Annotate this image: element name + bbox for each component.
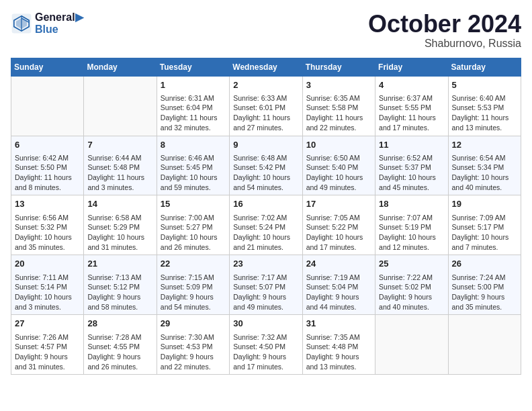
- calendar-cell: 30Sunrise: 7:32 AMSunset: 4:50 PMDayligh…: [230, 315, 302, 375]
- title-block: October 2024 Shaburnovo, Russia: [368, 11, 521, 50]
- cell-content: Sunrise: 7:32 AMSunset: 4:50 PMDaylight:…: [233, 332, 298, 372]
- cell-content: Sunrise: 6:48 AMSunset: 5:42 PMDaylight:…: [233, 153, 298, 193]
- cell-content: Sunrise: 6:31 AMSunset: 6:04 PMDaylight:…: [161, 93, 226, 133]
- day-number: 20: [15, 258, 80, 270]
- cell-content: Sunrise: 6:50 AMSunset: 5:40 PMDaylight:…: [306, 153, 371, 193]
- calendar-week-row: 1Sunrise: 6:31 AMSunset: 6:04 PMDaylight…: [11, 76, 521, 136]
- day-number: 13: [15, 198, 80, 210]
- day-number: 28: [87, 318, 152, 330]
- calendar-cell: 17Sunrise: 7:05 AMSunset: 5:22 PMDayligh…: [302, 195, 375, 255]
- cell-content: Sunrise: 7:17 AMSunset: 5:07 PMDaylight:…: [233, 273, 298, 312]
- calendar-cell: [84, 76, 157, 136]
- cell-content: Sunrise: 6:37 AMSunset: 5:55 PMDaylight:…: [379, 93, 444, 133]
- day-number: 14: [87, 198, 152, 210]
- calendar-cell: [11, 76, 84, 136]
- cell-content: Sunrise: 7:19 AMSunset: 5:04 PMDaylight:…: [306, 273, 371, 312]
- logo: General▶ Blue: [11, 11, 83, 36]
- cell-content: Sunrise: 7:00 AMSunset: 5:27 PMDaylight:…: [161, 213, 226, 253]
- day-number: 7: [87, 139, 152, 151]
- calendar-cell: [448, 315, 521, 375]
- day-number: 15: [161, 198, 226, 210]
- calendar-cell: 8Sunrise: 6:46 AMSunset: 5:45 PMDaylight…: [157, 136, 229, 195]
- cell-content: Sunrise: 6:33 AMSunset: 6:01 PMDaylight:…: [233, 93, 298, 133]
- day-number: 5: [452, 79, 517, 91]
- logo-text: General▶ Blue: [35, 11, 83, 36]
- cell-content: Sunrise: 7:13 AMSunset: 5:12 PMDaylight:…: [87, 273, 152, 312]
- cell-content: Sunrise: 7:35 AMSunset: 4:48 PMDaylight:…: [306, 332, 371, 372]
- calendar-cell: 3Sunrise: 6:35 AMSunset: 5:58 PMDaylight…: [302, 76, 375, 136]
- day-number: 18: [379, 198, 444, 210]
- day-number: 1: [161, 79, 226, 91]
- cell-content: Sunrise: 7:02 AMSunset: 5:24 PMDaylight:…: [233, 213, 298, 253]
- day-number: 8: [161, 139, 226, 151]
- calendar-cell: 7Sunrise: 6:44 AMSunset: 5:48 PMDaylight…: [84, 136, 157, 195]
- calendar-cell: 19Sunrise: 7:09 AMSunset: 5:17 PMDayligh…: [448, 195, 521, 255]
- weekday-header-tuesday: Tuesday: [157, 58, 229, 76]
- calendar-cell: 21Sunrise: 7:13 AMSunset: 5:12 PMDayligh…: [84, 255, 157, 315]
- page-header: General▶ Blue October 2024 Shaburnovo, R…: [11, 11, 521, 50]
- cell-content: Sunrise: 6:42 AMSunset: 5:50 PMDaylight:…: [15, 153, 80, 193]
- calendar-cell: 1Sunrise: 6:31 AMSunset: 6:04 PMDaylight…: [157, 76, 229, 136]
- cell-content: Sunrise: 7:28 AMSunset: 4:55 PMDaylight:…: [87, 332, 152, 372]
- day-number: 12: [452, 139, 517, 151]
- calendar-cell: 15Sunrise: 7:00 AMSunset: 5:27 PMDayligh…: [157, 195, 229, 255]
- calendar-week-row: 27Sunrise: 7:26 AMSunset: 4:57 PMDayligh…: [11, 315, 521, 375]
- weekday-header-sunday: Sunday: [11, 58, 84, 76]
- calendar-cell: 10Sunrise: 6:50 AMSunset: 5:40 PMDayligh…: [302, 136, 375, 195]
- day-number: 22: [161, 258, 226, 270]
- weekday-header-friday: Friday: [375, 58, 448, 76]
- day-number: 23: [233, 258, 298, 270]
- cell-content: Sunrise: 7:26 AMSunset: 4:57 PMDaylight:…: [15, 332, 80, 372]
- cell-content: Sunrise: 7:11 AMSunset: 5:14 PMDaylight:…: [15, 273, 80, 312]
- calendar-cell: 24Sunrise: 7:19 AMSunset: 5:04 PMDayligh…: [302, 255, 375, 315]
- cell-content: Sunrise: 6:46 AMSunset: 5:45 PMDaylight:…: [161, 153, 226, 193]
- calendar-cell: 16Sunrise: 7:02 AMSunset: 5:24 PMDayligh…: [230, 195, 302, 255]
- calendar-cell: 11Sunrise: 6:52 AMSunset: 5:37 PMDayligh…: [375, 136, 448, 195]
- weekday-header-monday: Monday: [84, 58, 157, 76]
- calendar-cell: 2Sunrise: 6:33 AMSunset: 6:01 PMDaylight…: [230, 76, 302, 136]
- calendar-cell: 26Sunrise: 7:24 AMSunset: 5:00 PMDayligh…: [448, 255, 521, 315]
- day-number: 3: [306, 79, 371, 91]
- calendar-cell: 4Sunrise: 6:37 AMSunset: 5:55 PMDaylight…: [375, 76, 448, 136]
- month-title: October 2024: [368, 11, 521, 38]
- cell-content: Sunrise: 7:30 AMSunset: 4:53 PMDaylight:…: [161, 332, 226, 372]
- day-number: 24: [306, 258, 371, 270]
- day-number: 11: [379, 139, 444, 151]
- cell-content: Sunrise: 6:56 AMSunset: 5:32 PMDaylight:…: [15, 213, 80, 253]
- day-number: 31: [306, 318, 371, 330]
- weekday-header-thursday: Thursday: [302, 58, 375, 76]
- weekday-header-row: SundayMondayTuesdayWednesdayThursdayFrid…: [11, 58, 521, 76]
- calendar-cell: 5Sunrise: 6:40 AMSunset: 5:53 PMDaylight…: [448, 76, 521, 136]
- calendar-cell: 25Sunrise: 7:22 AMSunset: 5:02 PMDayligh…: [375, 255, 448, 315]
- cell-content: Sunrise: 7:15 AMSunset: 5:09 PMDaylight:…: [161, 273, 226, 312]
- day-number: 27: [15, 318, 80, 330]
- cell-content: Sunrise: 6:52 AMSunset: 5:37 PMDaylight:…: [379, 153, 444, 193]
- calendar-cell: 9Sunrise: 6:48 AMSunset: 5:42 PMDaylight…: [230, 136, 302, 195]
- cell-content: Sunrise: 7:07 AMSunset: 5:19 PMDaylight:…: [379, 213, 444, 253]
- calendar-cell: 27Sunrise: 7:26 AMSunset: 4:57 PMDayligh…: [11, 315, 84, 375]
- cell-content: Sunrise: 6:58 AMSunset: 5:29 PMDaylight:…: [87, 213, 152, 253]
- weekday-header-wednesday: Wednesday: [230, 58, 302, 76]
- day-number: 30: [233, 318, 298, 330]
- cell-content: Sunrise: 6:35 AMSunset: 5:58 PMDaylight:…: [306, 93, 371, 133]
- cell-content: Sunrise: 6:40 AMSunset: 5:53 PMDaylight:…: [452, 93, 517, 133]
- cell-content: Sunrise: 7:24 AMSunset: 5:00 PMDaylight:…: [452, 273, 517, 312]
- day-number: 10: [306, 139, 371, 151]
- calendar-cell: 12Sunrise: 6:54 AMSunset: 5:34 PMDayligh…: [448, 136, 521, 195]
- day-number: 25: [379, 258, 444, 270]
- day-number: 19: [452, 198, 517, 210]
- logo-icon: [11, 13, 32, 34]
- calendar-cell: 6Sunrise: 6:42 AMSunset: 5:50 PMDaylight…: [11, 136, 84, 195]
- calendar-cell: 28Sunrise: 7:28 AMSunset: 4:55 PMDayligh…: [84, 315, 157, 375]
- day-number: 9: [233, 139, 298, 151]
- location: Shaburnovo, Russia: [368, 38, 521, 50]
- calendar-cell: 23Sunrise: 7:17 AMSunset: 5:07 PMDayligh…: [230, 255, 302, 315]
- calendar-cell: 20Sunrise: 7:11 AMSunset: 5:14 PMDayligh…: [11, 255, 84, 315]
- day-number: 29: [161, 318, 226, 330]
- cell-content: Sunrise: 6:54 AMSunset: 5:34 PMDaylight:…: [452, 153, 517, 193]
- day-number: 16: [233, 198, 298, 210]
- cell-content: Sunrise: 6:44 AMSunset: 5:48 PMDaylight:…: [87, 153, 152, 193]
- calendar-cell: 13Sunrise: 6:56 AMSunset: 5:32 PMDayligh…: [11, 195, 84, 255]
- day-number: 6: [15, 139, 80, 151]
- day-number: 26: [452, 258, 517, 270]
